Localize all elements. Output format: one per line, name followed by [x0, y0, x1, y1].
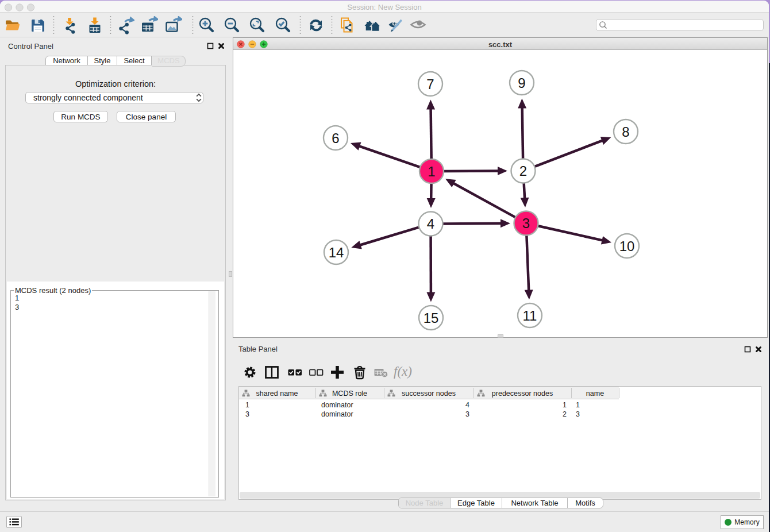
svg-text:8: 8	[622, 124, 629, 140]
svg-text:11: 11	[523, 308, 537, 323]
svg-text:10: 10	[619, 238, 635, 254]
svg-text:7: 7	[426, 76, 434, 92]
svg-text:6: 6	[332, 130, 339, 146]
svg-text:15: 15	[424, 310, 439, 326]
svg-text:3: 3	[522, 215, 530, 231]
svg-text:14: 14	[329, 245, 344, 260]
svg-text:1: 1	[428, 164, 435, 179]
svg-text:4: 4	[427, 216, 434, 232]
svg-text:2: 2	[519, 163, 527, 179]
svg-text:9: 9	[518, 75, 525, 91]
